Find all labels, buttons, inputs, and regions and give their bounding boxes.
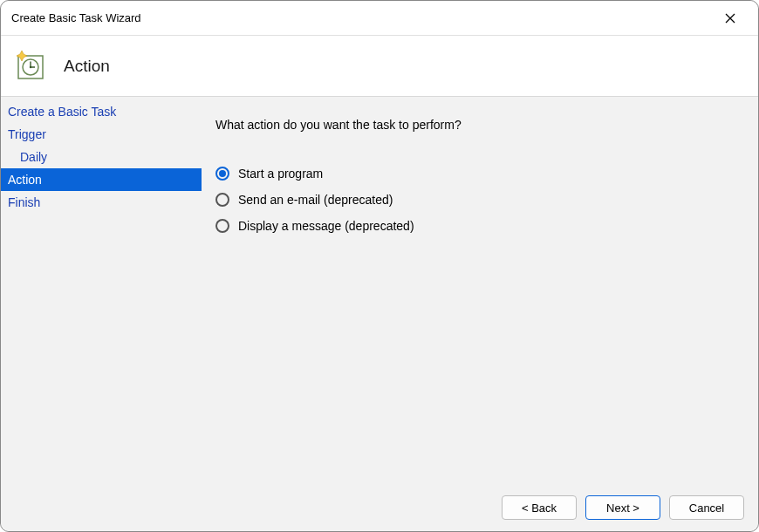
wizard-icon <box>15 51 46 82</box>
radio-label: Send an e-mail (deprecated) <box>238 193 393 207</box>
sidebar-item-label: Action <box>8 173 42 187</box>
sidebar-item-create-a-basic-task[interactable]: Create a Basic Task <box>1 100 202 123</box>
sidebar-item-label: Daily <box>20 150 47 164</box>
back-button[interactable]: < Back <box>502 495 577 520</box>
sidebar-item-label: Finish <box>8 195 40 209</box>
content: What action do you want the task to perf… <box>202 97 758 486</box>
sidebar: Create a Basic TaskTriggerDailyActionFin… <box>1 97 202 486</box>
sidebar-item-daily[interactable]: Daily <box>1 146 202 168</box>
radio-input[interactable] <box>215 167 229 181</box>
next-button[interactable]: Next > <box>585 495 660 520</box>
cancel-button[interactable]: Cancel <box>669 495 744 520</box>
radio-option-display-a-message-deprecated[interactable]: Display a message (deprecated) <box>215 219 741 233</box>
page-title: Action <box>64 57 110 76</box>
prompt-text: What action do you want the task to perf… <box>215 118 741 132</box>
radio-option-start-a-program[interactable]: Start a program <box>215 167 741 181</box>
sidebar-item-label: Create a Basic Task <box>8 105 116 119</box>
window-title: Create Basic Task Wizard <box>11 11 713 24</box>
close-icon <box>725 13 735 24</box>
radio-label: Display a message (deprecated) <box>238 219 414 233</box>
sidebar-item-action[interactable]: Action <box>1 168 202 191</box>
radio-input[interactable] <box>215 193 229 207</box>
radio-option-send-an-e-mail-deprecated[interactable]: Send an e-mail (deprecated) <box>215 193 741 207</box>
radio-label: Start a program <box>238 167 323 181</box>
wizard-body: Create a Basic TaskTriggerDailyActionFin… <box>1 97 758 486</box>
sidebar-item-trigger[interactable]: Trigger <box>1 123 202 146</box>
header: Action <box>1 36 758 97</box>
sidebar-item-finish[interactable]: Finish <box>1 191 202 214</box>
close-button[interactable] <box>713 1 748 36</box>
sidebar-item-label: Trigger <box>8 127 46 141</box>
footer: < Back Next > Cancel <box>1 484 758 531</box>
radio-input[interactable] <box>215 219 229 233</box>
titlebar: Create Basic Task Wizard <box>1 1 758 36</box>
radio-dot-icon <box>219 170 226 177</box>
action-radio-group: Start a programSend an e-mail (deprecate… <box>215 167 741 233</box>
